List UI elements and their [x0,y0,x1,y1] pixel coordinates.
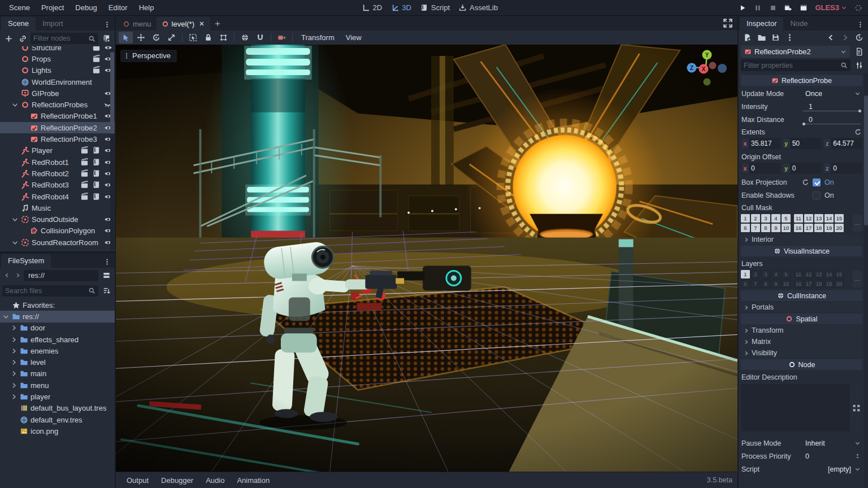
script-button[interactable] [92,146,101,155]
resource-extra-menu-button[interactable] [783,32,796,43]
move-tool-button[interactable] [134,32,148,43]
pause-button[interactable] [752,2,764,14]
bottom-tab-output[interactable]: Output [121,474,154,487]
layer-cell-12[interactable]: 12 [804,270,813,278]
groups-button[interactable] [80,158,89,167]
play-button[interactable] [736,2,749,14]
layer-cell-16[interactable]: 16 [794,280,803,288]
origin-y-field[interactable]: y0 [782,163,822,174]
tab-scene[interactable]: Scene [1,17,36,30]
fs-item-door[interactable]: door [0,323,115,334]
fs-item-icon.png[interactable]: icon.png [0,425,115,437]
layer-cell-19[interactable]: 19 [824,280,834,288]
section-matrix[interactable]: Matrix [741,337,862,347]
distraction-free-button[interactable] [723,18,733,28]
section-portals[interactable]: Portals [741,302,862,312]
fs-item-res[interactable]: res:// [0,311,115,322]
layers-more-button[interactable]: ... [853,271,862,287]
groups-button[interactable] [92,54,101,64]
layer-cell-11[interactable]: 11 [794,214,803,223]
layer-cell-17[interactable]: 17 [804,224,813,232]
category-visualinstance[interactable]: VisualInstance [741,246,862,256]
layer-cell-2[interactable]: 2 [751,270,760,278]
layer-cell-6[interactable]: 6 [741,224,750,232]
fs-item-enemies[interactable]: enemies [0,345,115,356]
scene-node-RedRobot4[interactable]: RedRobot4 [0,191,115,202]
layer-cell-9[interactable]: 9 [771,280,780,288]
scene-node-RedRobot3[interactable]: RedRobot3 [0,180,115,191]
local-space-button[interactable] [238,32,252,43]
scene-node-Props[interactable]: Props [0,53,115,64]
scene-tab-menu[interactable]: menu [118,17,157,30]
category-spatial[interactable]: Spatial [741,313,862,324]
scene-tree-scrollbar[interactable] [110,49,114,250]
layer-cell-5[interactable]: 5 [782,214,791,223]
extents-y-field[interactable]: y50 [782,138,822,149]
fs-item-Favorites[interactable]: Favorites: [0,299,115,311]
new-resource-button[interactable] [741,32,754,43]
fs-item-main[interactable]: main [0,368,115,380]
bottom-tab-debugger[interactable]: Debugger [155,474,199,487]
scene-node-RedRobot1[interactable]: RedRobot1 [0,156,115,168]
cull-mask-more-button[interactable]: ... [853,215,862,232]
revert-icon[interactable] [854,128,862,136]
inspector-dock-menu-button[interactable] [853,21,868,30]
list-select-button[interactable] [186,32,200,43]
group-node-button[interactable] [216,32,231,43]
filter-nodes-input[interactable] [31,33,98,44]
play-scene-button[interactable] [782,2,795,14]
revert-icon[interactable] [802,178,809,186]
scene-node-WorldEnvironment[interactable]: WorldEnvironment [0,76,115,88]
groups-button[interactable] [92,46,101,53]
groups-button[interactable] [92,66,101,75]
box-projection-checkbox[interactable] [813,178,821,186]
groups-button[interactable] [80,146,89,155]
scene-node-SoundOutside[interactable]: SoundOutside [0,213,115,225]
category-reflectionprobe[interactable]: ReflectionProbe [741,75,862,86]
update-mode-select[interactable]: Once [802,88,862,99]
renderer-select[interactable]: GLES3 [813,3,849,12]
groups-button[interactable] [80,169,89,178]
layer-cell-8[interactable]: 8 [761,224,770,232]
fs-item-player[interactable]: player [0,391,115,402]
scale-tool-button[interactable] [164,32,179,43]
viewport-3d[interactable]: Perspective Y Z X [116,45,737,472]
property-tools-button[interactable] [852,59,866,71]
inspector-scrollbar[interactable] [864,73,868,488]
layer-cell-3[interactable]: 3 [761,214,770,223]
workspace-3d[interactable]: 3D [391,3,411,12]
extents-z-field[interactable]: z64.577 [823,138,862,149]
layer-cell-20[interactable]: 20 [835,280,844,288]
layer-cell-14[interactable]: 14 [824,270,834,278]
load-resource-button[interactable] [755,32,768,43]
pause-mode-select[interactable]: Inherit [802,438,862,449]
scene-node-Player[interactable]: Player [0,145,115,156]
layer-cell-20[interactable]: 20 [835,224,844,232]
open-docs-button[interactable] [852,46,866,58]
view-menu[interactable]: View [341,33,367,42]
fs-split-mode-button[interactable] [100,270,112,281]
layer-cell-9[interactable]: 9 [771,224,780,232]
workspace-script[interactable]: Script [420,3,450,12]
scene-node-SoundReactorRoom[interactable]: SoundReactorRoom [0,237,115,248]
scene-tab-level[interactable]: level(*) [157,17,210,30]
intensity-field[interactable]: 1 [802,101,862,112]
layer-cell-10[interactable]: 10 [782,280,791,288]
layer-cell-2[interactable]: 2 [751,214,760,223]
layer-cell-10[interactable]: 10 [782,224,791,232]
snap-toggle-button[interactable] [253,32,267,43]
fs-back-button[interactable] [2,271,11,281]
layer-cell-5[interactable]: 5 [782,270,791,278]
extents-x-field[interactable]: x35.817 [741,138,780,149]
bottom-tab-audio[interactable]: Audio [200,474,230,487]
category-node[interactable]: Node [741,359,862,370]
fs-item-default_env.tres[interactable]: default_env.tres [0,414,115,425]
layer-cell-15[interactable]: 15 [835,270,844,278]
view-axes-gizmo[interactable]: Y Z X [679,48,733,92]
scene-node-ReflectionProbe3[interactable]: ReflectionProbe3 [0,133,115,145]
fs-item-menu[interactable]: menu [0,380,115,391]
layer-cell-18[interactable]: 18 [814,224,823,232]
origin-z-field[interactable]: z0 [823,163,862,174]
perspective-menu[interactable]: Perspective [120,50,177,62]
script-button[interactable] [92,169,101,178]
